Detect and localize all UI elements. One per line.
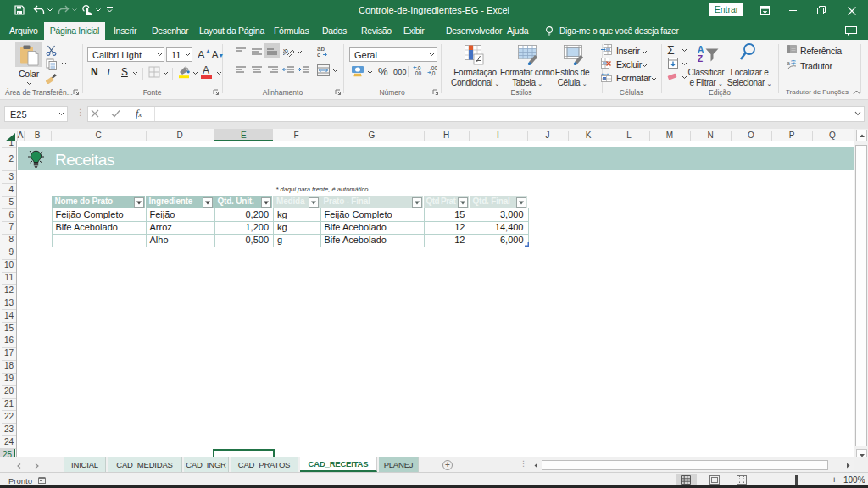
svg-text:c: c bbox=[317, 51, 320, 57]
svg-text:,0: ,0 bbox=[431, 70, 436, 76]
svg-text:+‒+: +‒+ bbox=[601, 71, 609, 76]
svg-text:a: a bbox=[787, 60, 790, 66]
svg-text:ab: ab bbox=[283, 47, 290, 57]
svg-text:字: 字 bbox=[791, 59, 796, 65]
svg-text:.00: .00 bbox=[414, 70, 421, 76]
